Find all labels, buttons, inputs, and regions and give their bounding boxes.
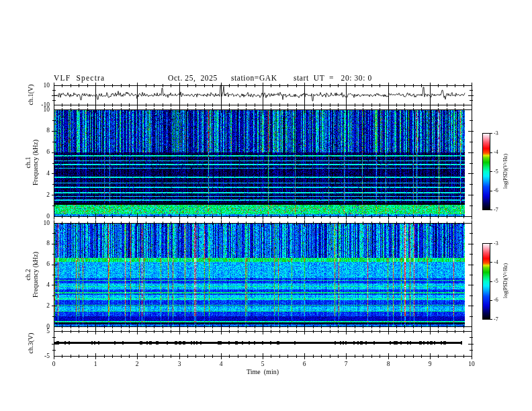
ch1-voltage-axis-label: ch.1(V)	[27, 68, 35, 122]
colorbar1-title: log(PSD)(V²/Hz)	[502, 138, 509, 205]
cb2-tick--5: -5	[494, 278, 498, 284]
ch3-wave-ytick-5: 5	[26, 328, 50, 335]
cb2-tick--3: -3	[494, 240, 498, 246]
cb1-tick--5: -5	[494, 169, 498, 175]
colorbar2-title: log(PSD)(V²/Hz)	[502, 247, 509, 314]
cb2-tick--6: -6	[494, 297, 498, 303]
ch1-spec-ytick-2: 2	[26, 191, 50, 199]
ch1-spec-ytick-4: 4	[26, 170, 50, 177]
ch2-spec-ytick-10: 10	[26, 220, 50, 227]
vlf-spectra-window: VLF Spectra Oct. 25, 2025 station=GAK st…	[0, 0, 532, 411]
ch3-voltage-axis-text: ch.3(V)	[27, 333, 34, 354]
page-title: VLF Spectra	[54, 74, 105, 82]
ch3-wave-ytick--5: -5	[26, 353, 50, 360]
ch2-spec-ytick-8: 8	[26, 240, 50, 247]
cb2-tick--4: -4	[494, 259, 498, 265]
x-tick-1: 1	[83, 361, 107, 368]
x-tick-8: 8	[376, 361, 400, 368]
cb2-tick--7: -7	[494, 316, 498, 322]
station-label: station=GAK	[231, 74, 277, 82]
x-tick-4: 4	[209, 361, 233, 368]
x-tick-9: 9	[418, 361, 442, 368]
start-ut-label: start UT = 20: 30: 0	[294, 74, 372, 82]
cb1-tick--7: -7	[494, 207, 498, 213]
cb1-tick--3: -3	[494, 130, 498, 136]
vlf-spectra-plot-canvas	[0, 0, 532, 411]
cb1-tick--4: -4	[494, 149, 498, 155]
cb1-tick--6: -6	[494, 187, 498, 193]
x-tick-5: 5	[251, 361, 275, 368]
ch2-spec-ytick-4: 4	[26, 281, 50, 289]
ch1-spec-ytick-8: 8	[26, 127, 50, 134]
x-tick-6: 6	[292, 361, 316, 368]
x-tick-7: 7	[334, 361, 358, 368]
date-label: Oct. 25, 2025	[168, 74, 218, 82]
ch2-spec-ytick-2: 2	[26, 302, 50, 310]
ch1-spec-ytick-10: 10	[26, 106, 50, 113]
x-tick-2: 2	[125, 361, 149, 368]
ch2-spec-ytick-6: 6	[26, 261, 50, 268]
time-axis-title: Time (min)	[54, 368, 472, 375]
ch1-spec-ytick-6: 6	[26, 148, 50, 156]
x-tick-10: 10	[459, 361, 484, 368]
ch1-wave-ytick-10: 10	[26, 82, 50, 89]
x-tick-0: 0	[42, 361, 66, 368]
x-tick-3: 3	[167, 361, 191, 368]
